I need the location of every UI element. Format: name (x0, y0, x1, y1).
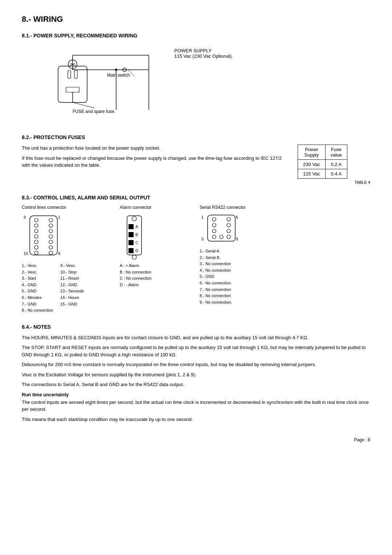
table-caption: TABLE 4 (298, 180, 370, 185)
fuse-row1-col2: 0.2 A (325, 160, 347, 169)
section-83: 8.3.- CONTROL LINES, ALARM AND SERIAL OU… (22, 195, 370, 314)
run-time-title: Run time uncertainty (22, 392, 370, 397)
svg-text:1: 1 (58, 215, 60, 219)
run-time-note-1: The control inputs are sensed eight time… (22, 399, 370, 413)
fuses-text-2: If this fuse must be replaced or changed… (22, 155, 283, 169)
svg-point-34 (49, 246, 53, 249)
alarm-connector-svg: A B C D (120, 212, 149, 260)
wiring-diagram: Main switch FUSE and spare fuse. (36, 44, 160, 124)
serial-label: Serial RS422 connector (200, 205, 246, 210)
svg-point-58 (212, 229, 216, 233)
svg-rect-14 (66, 87, 79, 92)
svg-point-30 (49, 235, 53, 238)
alarm-label: Alarm connector (120, 205, 151, 210)
svg-point-60 (212, 235, 216, 239)
svg-point-25 (34, 224, 38, 227)
svg-point-59 (227, 229, 230, 233)
svg-point-57 (227, 223, 230, 227)
svg-point-56 (212, 223, 216, 227)
fuse-row2-col2: 0.4 A (325, 169, 347, 179)
control-pins-col1: 1.- Vexc. 2.- Vexc. 3.- Start 4.- GND 5.… (22, 263, 53, 314)
control-pin-columns: 1.- Vexc. 2.- Vexc. 3.- Start 4.- GND 5.… (22, 263, 84, 314)
svg-rect-53 (208, 215, 235, 241)
svg-point-48 (132, 255, 136, 259)
svg-rect-13 (74, 70, 77, 78)
svg-text:B: B (135, 232, 138, 237)
section-82: 8.2.- PROTECTION FUSES The unit has a pr… (22, 134, 370, 185)
fuse-col1-header: PowerSupply (298, 145, 326, 160)
control-lines-label: Control lines connector (22, 205, 66, 210)
fuses-table-area: PowerSupply Fusevalue 230 Vac 0.2 A 115 … (298, 145, 370, 185)
svg-rect-22 (30, 216, 57, 255)
section-81-heading: 8.1.- POWER SUPPLY, RECOMMENDED WIRING (22, 33, 370, 39)
svg-text:15: 15 (24, 251, 28, 256)
svg-point-23 (34, 218, 38, 222)
svg-point-24 (49, 218, 53, 222)
note-3: Debouncing for 200 mS time constant is n… (22, 361, 370, 368)
note-4: Vexc is the Excitation Voltage for senso… (22, 371, 370, 378)
svg-point-29 (34, 235, 38, 238)
svg-text:D: D (135, 248, 138, 253)
alarm-pins: A : + Alarm B : No connection C : No con… (120, 263, 151, 288)
svg-text:9: 9 (236, 237, 238, 241)
power-supply-title: POWER SUPPLY (174, 48, 233, 53)
svg-text:5: 5 (201, 237, 204, 241)
power-supply-diagram: Main switch FUSE and spare fuse. POWER S… (36, 44, 370, 124)
power-supply-info: POWER SUPPLY 115 Vac (230 Vac Optional). (174, 44, 233, 59)
svg-text:A: A (135, 224, 138, 229)
control-connector-block: Control lines connector 9 1 15 8 (22, 205, 105, 314)
svg-point-35 (34, 251, 38, 255)
fuse-col2-header: Fusevalue (325, 145, 347, 160)
note-2: The STOP, START and RESET inputs are nor… (22, 344, 370, 358)
main-switch-label: Main switch (107, 73, 130, 78)
svg-text:8: 8 (58, 251, 60, 256)
note-5: The connections to Serial A, Serial B an… (22, 381, 370, 388)
svg-point-31 (34, 240, 38, 244)
svg-line-16 (73, 102, 94, 108)
svg-point-36 (49, 251, 53, 255)
serial-connector-block: Serial RS422 connector 1 6 5 9 (200, 205, 272, 305)
svg-text:C: C (135, 240, 138, 245)
section-83-heading: 8.3.- CONTROL LINES, ALARM AND SERIAL OU… (22, 195, 370, 200)
svg-point-33 (34, 246, 38, 249)
control-connector-svg: 9 1 15 8 (22, 212, 65, 260)
serial-connector-svg: 1 6 5 9 (200, 212, 243, 246)
svg-point-27 (34, 229, 38, 233)
svg-rect-42 (128, 232, 134, 237)
section-84: 8.4.- NOTES The HOURS, MINUTES & SECONDS… (22, 324, 370, 423)
fuse-row1-col1: 230 Vac (298, 160, 326, 169)
fuse-table: PowerSupply Fusevalue 230 Vac 0.2 A 115 … (298, 145, 347, 179)
svg-rect-46 (128, 248, 134, 253)
svg-text:9: 9 (24, 215, 26, 219)
page-number: Page : 8 (22, 437, 370, 442)
run-time-note-2: This means that each start/stop conditio… (22, 416, 370, 423)
svg-text:1: 1 (201, 215, 204, 219)
svg-rect-12 (68, 70, 71, 78)
svg-point-61 (227, 235, 230, 239)
fuse-label: FUSE and spare fuse. (73, 109, 115, 114)
control-pins-col2: 9.- Vexc. 10.- Stop 11.- Reset 12.- GND … (60, 263, 84, 314)
serial-pins: 1.- Serial A. 2.- Serial B. 3.- No conne… (200, 248, 232, 305)
power-supply-voltage: 115 Vac (230 Vac Optional). (174, 53, 233, 59)
alarm-connector-block: Alarm connector A B C D (120, 205, 185, 288)
svg-point-32 (49, 240, 53, 244)
section-82-heading: 8.2.- PROTECTION FUSES (22, 134, 370, 140)
svg-point-54 (212, 218, 216, 221)
connectors-row: Control lines connector 9 1 15 8 (22, 205, 370, 314)
svg-point-55 (227, 218, 230, 221)
page-title: 8.- WIRING (22, 15, 370, 24)
note-1: The HOURS, MINUTES & SECONDS inputs are … (22, 334, 370, 341)
section-81: 8.1.- POWER SUPPLY, RECOMMENDED WIRING (22, 33, 370, 124)
fuses-text: The unit has a protection fuse located o… (22, 145, 283, 172)
section-84-heading: 8.4.- NOTES (22, 324, 370, 330)
svg-point-62 (220, 235, 223, 239)
svg-rect-40 (128, 224, 134, 229)
svg-rect-44 (128, 240, 134, 245)
svg-text:6: 6 (236, 215, 238, 219)
svg-point-39 (132, 216, 136, 221)
fuses-text-1: The unit has a protection fuse located o… (22, 145, 283, 152)
fuse-row2-col1: 115 Vac (298, 169, 326, 179)
svg-point-26 (49, 224, 53, 227)
svg-point-28 (49, 229, 53, 233)
fuses-layout: The unit has a protection fuse located o… (22, 145, 370, 185)
